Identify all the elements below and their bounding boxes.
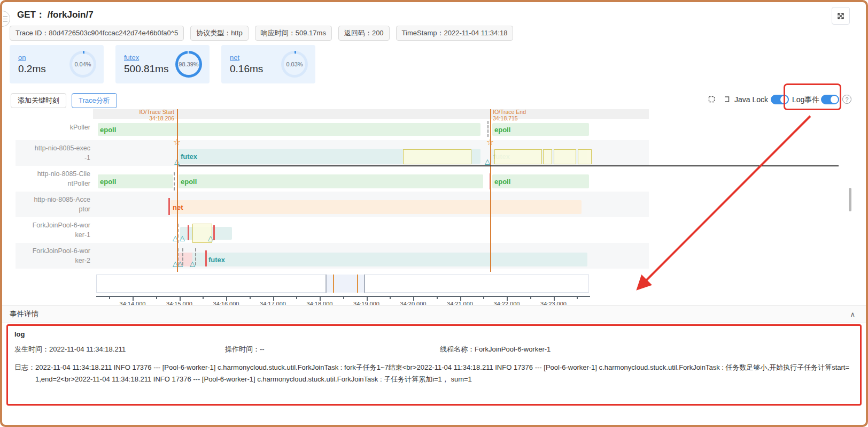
row-label-ForkJoinPool-6-worker-2: ForkJoinPool-6-worker-2 <box>13 246 90 265</box>
row-label-http-nio-8085-ClientPoller: http-nio-8085-ClientPoller <box>13 169 90 188</box>
timeline-bar-epoll[interactable]: epoll <box>492 123 589 136</box>
metric-link-futex[interactable]: futex <box>124 54 168 62</box>
log-event-triangle-icon[interactable]: △ <box>485 158 490 165</box>
metric-duration: 0.16ms <box>230 63 263 75</box>
axis-tick <box>413 297 414 301</box>
metric-link-net[interactable]: net <box>230 54 263 62</box>
row-label-http-nio-8085-Acceptor: http-nio-8085-Acceptor <box>13 195 90 214</box>
page-title: GET： /forkJoin/7 <box>17 9 94 21</box>
log-text: 2022-11-04 11:34:18.211 INFO 17376 --- [… <box>35 362 853 385</box>
timeline-bar-epoll[interactable]: epoll <box>98 123 480 136</box>
java-lock-box[interactable] <box>554 149 576 164</box>
axis-minor-tick <box>483 297 484 299</box>
axis-tick <box>460 297 461 301</box>
axis-minor-tick <box>437 297 438 299</box>
metric-percent: 0.04% <box>69 51 96 78</box>
drawer-handle-icon[interactable] <box>2 11 10 27</box>
log-event-triangle-icon[interactable]: △ <box>208 234 213 241</box>
log-event-triangle-icon[interactable]: △ <box>180 234 185 241</box>
axis-minor-tick <box>203 297 204 299</box>
log-label: 日志： <box>14 362 35 385</box>
axis-minor-tick <box>343 297 344 299</box>
timeline-bar-futex[interactable]: futex <box>180 253 587 266</box>
add-key-moment-button[interactable]: 添加关键时刻 <box>11 93 66 108</box>
java-lock-toggle[interactable] <box>771 95 789 104</box>
minimap-selection[interactable] <box>326 274 365 293</box>
java-lock-box[interactable] <box>403 149 471 164</box>
axis-tick <box>180 297 181 301</box>
selection-frame-icon[interactable] <box>708 95 716 103</box>
trace-analysis-button[interactable]: Trace分析 <box>72 93 117 108</box>
axis-tick <box>226 297 227 301</box>
dashed-marker-line <box>174 172 175 190</box>
java-lock-box[interactable] <box>578 149 592 164</box>
axis-tick <box>367 297 368 301</box>
log-event-triangle-icon[interactable]: △ <box>177 260 183 267</box>
event-tick[interactable] <box>188 225 189 240</box>
axis-tick <box>133 297 134 301</box>
axis-tick <box>320 297 321 301</box>
trace-end-line <box>490 109 491 272</box>
row-label-http-nio-8085-exec-1: http-nio-8085-exec-1 <box>13 143 90 163</box>
info-chip: 返回码：200 <box>338 26 390 41</box>
axis-tick <box>554 297 555 301</box>
event-field: 操作时间：-- <box>225 345 440 354</box>
selected-span-underline <box>179 165 839 166</box>
axis-minor-tick <box>296 297 297 299</box>
event-type-label: log <box>14 330 854 338</box>
log-event-triangle-icon[interactable]: △ <box>190 260 195 267</box>
metric-duration: 500.81ms <box>124 63 168 75</box>
row-label-kPoller: kPoller <box>13 123 90 132</box>
metric-link-on[interactable]: on <box>18 54 46 62</box>
log-event-detail-box: log 发生时间：2022-11-04 11:34:18.211操作时间：--线… <box>6 324 862 406</box>
minimap-start-line <box>333 274 334 293</box>
metric-card-text: futex500.81ms <box>124 54 168 75</box>
log-event-toggle[interactable] <box>821 95 839 104</box>
event-tick[interactable] <box>205 250 207 266</box>
info-chip: TimeStamp：2022-11-04 11:34:18 <box>396 26 514 41</box>
info-chip: 协议类型：http <box>190 26 249 41</box>
metric-donut: 98.39% <box>175 51 202 78</box>
event-detail-header: 事件详情 ∧ <box>2 306 866 323</box>
java-lock-box[interactable] <box>494 149 542 164</box>
timeline-bar-net[interactable]: net <box>170 200 582 214</box>
java-lock-box[interactable] <box>543 149 552 164</box>
vertical-scrollbar[interactable] <box>849 188 851 211</box>
timeline-bar-epoll[interactable]: epoll <box>179 174 483 188</box>
trace-detail-window: GET： /forkJoin/7 Trace ID：80d4726503c904… <box>0 0 868 427</box>
metric-card-text: net0.16ms <box>230 54 263 75</box>
event-field: 线程名称：ForkJoinPool-6-worker-1 <box>440 345 854 354</box>
axis-minor-tick <box>530 297 531 299</box>
dashed-marker-line <box>195 248 196 265</box>
axis-tick <box>273 297 274 301</box>
log-message-row: 日志： 2022-11-04 11:34:18.211 INFO 17376 -… <box>14 362 854 385</box>
timeline-minimap[interactable] <box>96 274 589 293</box>
timeline-bar-epoll[interactable]: epoll <box>492 174 589 188</box>
help-icon[interactable]: ? <box>842 95 851 104</box>
event-tick[interactable] <box>168 198 170 215</box>
trace-start-line <box>177 109 178 272</box>
log-event-label: Log事件 <box>792 95 819 105</box>
metric-card-futex: futex500.81ms98.39% <box>115 45 210 83</box>
metric-card-text: on0.2ms <box>18 54 46 75</box>
fullscreen-icon <box>836 12 845 20</box>
minimap-end-line <box>357 274 358 293</box>
metric-card-on: on0.2ms0.04% <box>10 45 104 83</box>
timeline-header-strip <box>93 109 649 119</box>
fullscreen-button[interactable] <box>832 7 850 25</box>
event-field: 发生时间：2022-11-04 11:34:18.211 <box>14 345 225 354</box>
event-fields: 发生时间：2022-11-04 11:34:18.211操作时间：--线程名称：… <box>14 345 854 354</box>
axis-minor-tick <box>250 297 251 299</box>
java-lock-label: Java Lock <box>734 95 768 104</box>
collapse-chevron-icon[interactable]: ∧ <box>850 310 855 318</box>
trace-end-label: IO/Trace End34:18.715 <box>493 109 526 121</box>
timeline-bar-epoll[interactable]: epoll <box>98 174 173 188</box>
event-detail-title: 事件详情 <box>10 309 38 319</box>
metric-duration: 0.2ms <box>18 63 46 75</box>
trace-info-chips: Trace ID：80d4726503c904fccac242d74e46b0f… <box>10 26 513 41</box>
axis-minor-tick <box>577 297 578 299</box>
axis-minor-tick <box>390 297 391 299</box>
axis-minor-tick <box>109 297 110 299</box>
event-tick[interactable] <box>213 225 215 240</box>
bracket-icon[interactable] <box>723 95 731 103</box>
